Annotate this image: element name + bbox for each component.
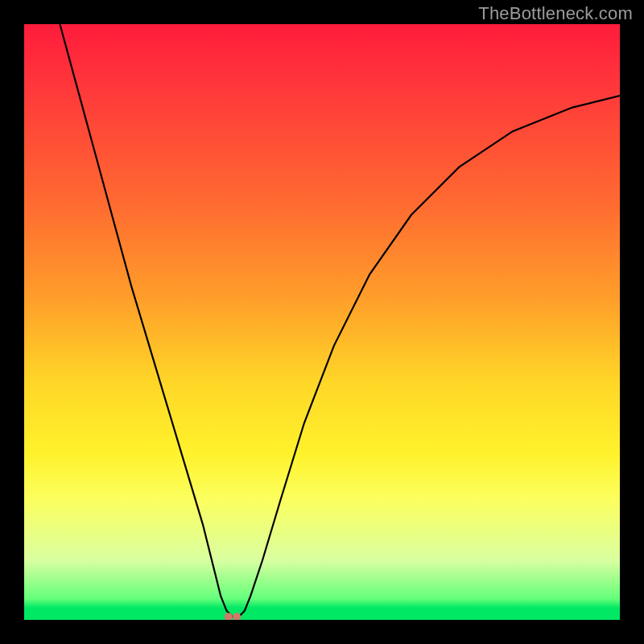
bottleneck-curve: [60, 24, 620, 617]
curve-layer: [24, 24, 620, 620]
dip-marker-left: [225, 613, 233, 620]
plot-area: [24, 24, 620, 620]
dip-marker-right: [233, 613, 241, 620]
chart-frame: TheBottleneck.com: [0, 0, 644, 644]
watermark-text: TheBottleneck.com: [478, 3, 633, 24]
